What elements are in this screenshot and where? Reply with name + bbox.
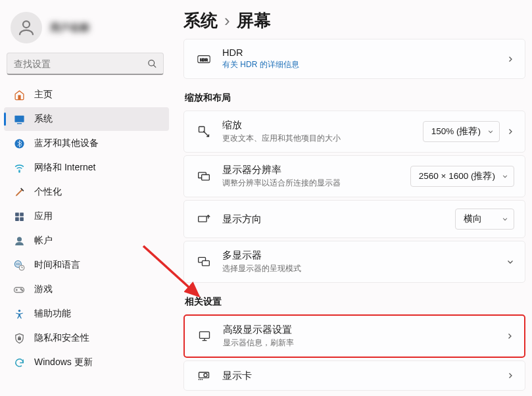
- user-icon: [13, 235, 25, 247]
- section-related-title: 相关设置: [185, 296, 525, 308]
- card-sub: 调整分辨率以适合所连接的显示器: [222, 178, 399, 189]
- svg-line-2: [153, 65, 156, 68]
- monitor-icon: [198, 330, 211, 343]
- nav-home[interactable]: 主页: [4, 83, 169, 107]
- zoom-select[interactable]: 150% (推荐): [423, 121, 500, 142]
- svg-point-17: [18, 309, 20, 312]
- card-hdr[interactable]: HDR HDR 有关 HDR 的详细信息: [183, 39, 525, 79]
- nav-privacy[interactable]: 隐私和安全性: [4, 326, 169, 350]
- card-title: 缩放: [222, 119, 411, 132]
- nav-accessibility[interactable]: 辅助功能: [4, 302, 169, 326]
- zoom-value: 150% (推荐): [431, 126, 481, 137]
- nav-label: 游戏: [34, 284, 53, 295]
- svg-rect-24: [199, 216, 207, 222]
- card-title: 显示器分辨率: [222, 164, 399, 176]
- nav-personalization[interactable]: 个性化: [4, 180, 169, 204]
- svg-point-0: [23, 21, 30, 28]
- resolution-select[interactable]: 2560 × 1600 (推荐): [410, 166, 514, 187]
- card-zoom[interactable]: 缩放 更改文本、应用和其他项目的大小 150% (推荐): [183, 111, 525, 153]
- nav-time-language[interactable]: 时间和语言: [4, 253, 169, 277]
- svg-point-11: [17, 237, 21, 241]
- card-title: 多显示器: [222, 249, 495, 262]
- breadcrumb: 系统 › 屏幕: [183, 9, 525, 32]
- nav-label: 应用: [34, 210, 53, 222]
- brush-icon: [13, 186, 25, 198]
- nav-label: 主页: [34, 89, 53, 101]
- card-title: 显示方向: [222, 213, 443, 226]
- gpu-icon: [197, 369, 210, 382]
- card-resolution[interactable]: 显示器分辨率 调整分辨率以适合所连接的显示器 2560 × 1600 (推荐): [183, 155, 525, 197]
- resolution-icon: [197, 170, 210, 183]
- chevron-down-icon: [502, 173, 508, 180]
- nav-bluetooth[interactable]: 蓝牙和其他设备: [4, 132, 169, 155]
- card-title: 高级显示器设置: [223, 324, 494, 336]
- avatar: [11, 12, 42, 43]
- user-name: 用户名称: [50, 22, 89, 34]
- card-sub: 选择显示器的呈现模式: [222, 263, 495, 274]
- nav-label: 隐私和安全性: [34, 332, 89, 344]
- card-graphics[interactable]: 显示卡: [183, 360, 525, 391]
- chevron-right-icon: [506, 55, 514, 63]
- card-advanced-display[interactable]: 高级显示器设置 显示器信息，刷新率: [183, 314, 525, 358]
- home-icon: [13, 89, 25, 101]
- main-content: 系统 › 屏幕 HDR HDR 有关 HDR 的详细信息 缩放和布局 缩放 更改…: [173, 0, 532, 396]
- nav-label: 帐户: [34, 235, 53, 247]
- chevron-down-icon: [502, 216, 508, 222]
- resolution-value: 2560 × 1600 (推荐): [419, 170, 495, 182]
- card-sub-link[interactable]: 有关 HDR 的详细信息: [222, 59, 495, 70]
- card-sub: 更改文本、应用和其他项目的大小: [222, 133, 411, 144]
- nav-gaming[interactable]: 游戏: [4, 278, 169, 301]
- svg-rect-27: [200, 332, 210, 338]
- nav-network[interactable]: 网络和 Internet: [4, 156, 169, 180]
- breadcrumb-current: 屏幕: [237, 9, 271, 32]
- chevron-down-icon: [506, 258, 514, 266]
- nav-label: 辅助功能: [34, 308, 71, 320]
- svg-point-16: [22, 290, 23, 291]
- card-orientation[interactable]: 显示方向 横向: [183, 200, 525, 238]
- sidebar: 用户名称 主页 系统 蓝牙和其他设备 网络和 Internet 个性化: [0, 0, 173, 396]
- svg-point-1: [149, 60, 155, 66]
- chevron-right-icon: [506, 372, 514, 380]
- wifi-icon: [13, 162, 25, 174]
- svg-rect-23: [202, 175, 210, 180]
- search-input[interactable]: [7, 53, 164, 75]
- svg-rect-3: [14, 115, 24, 122]
- globe-clock-icon: [13, 259, 25, 271]
- section-scale-title: 缩放和布局: [185, 92, 525, 104]
- nav-label: 时间和语言: [34, 259, 80, 271]
- orientation-select[interactable]: 横向: [455, 209, 514, 230]
- search-box[interactable]: [7, 53, 164, 75]
- bluetooth-icon: [13, 137, 25, 149]
- svg-text:HDR: HDR: [200, 57, 208, 61]
- hdr-icon: HDR: [197, 53, 210, 66]
- svg-rect-4: [16, 123, 21, 124]
- search-icon: [147, 59, 157, 69]
- orientation-value: 横向: [464, 213, 482, 225]
- card-multi-display[interactable]: 多显示器 选择显示器的呈现模式: [183, 241, 525, 283]
- update-icon: [13, 357, 25, 368]
- nav-label: 个性化: [34, 186, 62, 198]
- nav-list: 主页 系统 蓝牙和其他设备 网络和 Internet 个性化 应用 帐户 时间: [4, 83, 169, 374]
- svg-rect-8: [20, 212, 24, 216]
- breadcrumb-parent[interactable]: 系统: [183, 9, 218, 32]
- card-sub: 显示器信息，刷新率: [223, 337, 494, 349]
- multi-display-icon: [197, 255, 210, 268]
- nav-windows-update[interactable]: Windows 更新: [4, 351, 169, 374]
- nav-system[interactable]: 系统: [4, 107, 169, 131]
- nav-label: 系统: [34, 113, 53, 125]
- svg-rect-9: [15, 217, 19, 221]
- card-title: HDR: [222, 47, 495, 58]
- apps-icon: [13, 210, 25, 222]
- chevron-right-icon: [506, 128, 514, 136]
- nav-label: 蓝牙和其他设备: [34, 137, 99, 149]
- shield-icon: [13, 332, 25, 344]
- svg-point-29: [204, 374, 207, 377]
- user-profile[interactable]: 用户名称: [4, 8, 169, 53]
- orientation-icon: [197, 212, 210, 226]
- system-icon: [13, 113, 25, 125]
- scale-icon: [197, 125, 210, 138]
- nav-apps[interactable]: 应用: [4, 205, 169, 228]
- svg-rect-18: [18, 337, 20, 340]
- svg-point-6: [18, 171, 19, 172]
- nav-accounts[interactable]: 帐户: [4, 229, 169, 253]
